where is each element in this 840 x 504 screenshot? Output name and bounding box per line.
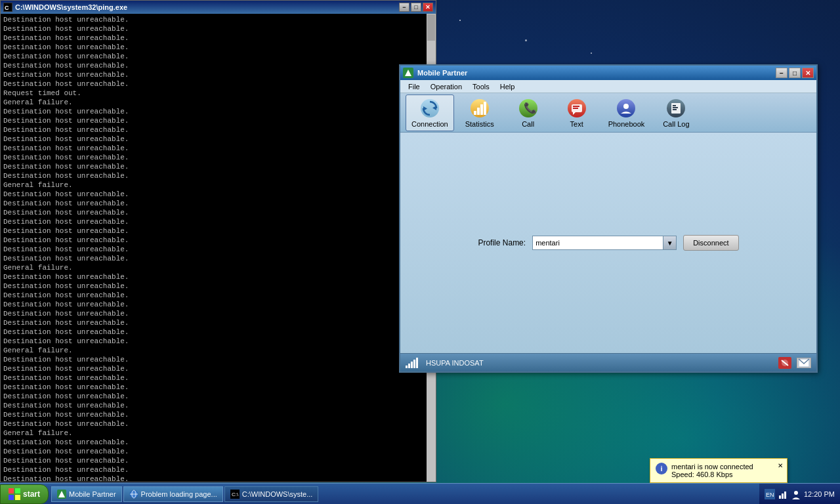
svg-rect-46 [784, 492, 786, 499]
mail-icon[interactable] [797, 358, 811, 368]
svg-rect-45 [782, 494, 784, 499]
svg-rect-11 [484, 102, 486, 115]
phonebook-label: Phonebook [608, 120, 645, 128]
tray-user-icon[interactable] [791, 489, 801, 499]
taskbar-items: Mobile Partner Problem loading page... C… [49, 486, 759, 502]
disconnect-button[interactable]: Disconnect [683, 235, 738, 251]
taskbar: start Mobile Partner Problem loading pag… [0, 483, 840, 504]
cmd-minimize-button[interactable]: − [399, 3, 410, 12]
taskbar-tray: EN 12:20 PM [759, 484, 840, 504]
statistics-icon [469, 98, 490, 119]
svg-rect-16 [573, 106, 579, 107]
notification-speed: Speed: 460.8 Kbps [671, 471, 753, 478]
notification-text: mentari is now connected Speed: 460.8 Kb… [671, 463, 753, 478]
toolbar-text-button[interactable]: Text [554, 94, 600, 131]
notification-message: mentari is now connected [671, 463, 753, 471]
svg-rect-32 [15, 488, 20, 494]
svg-rect-44 [779, 495, 781, 499]
cmd-titlebar: C C:\WINDOWS\system32\ping.exe − □ ✕ [1, 1, 436, 14]
signal-bar-2 [408, 364, 410, 368]
mp-titlebar: Mobile Partner − □ ✕ [400, 66, 816, 80]
profile-input-wrap: ▼ [532, 236, 677, 250]
cmd-output: Destination host unreachable.Destination… [3, 15, 433, 482]
signal-strength-icon [406, 358, 418, 368]
toolbar-calllog-button[interactable]: Call Log [653, 94, 699, 131]
taskbar-item-mobile-partner[interactable]: Mobile Partner [51, 486, 122, 502]
mp-close-button[interactable]: ✕ [802, 68, 814, 78]
mp-minimize-button[interactable]: − [776, 68, 788, 78]
cmd-maximize-button[interactable]: □ [411, 3, 421, 12]
tray-language-icon[interactable]: EN [765, 489, 775, 499]
svg-text:C: C [5, 5, 9, 11]
cmd-window-icon: C [3, 3, 12, 12]
svg-rect-25 [673, 109, 677, 110]
start-button[interactable]: start [0, 484, 49, 504]
notification-close-button[interactable]: ✕ [776, 461, 785, 470]
svg-rect-10 [480, 104, 483, 115]
svg-point-20 [623, 104, 629, 109]
star [591, 52, 592, 54]
mp-restore-button[interactable]: □ [789, 68, 801, 78]
notification-info-icon: i [656, 463, 667, 474]
text-icon [566, 98, 587, 119]
svg-text:C:\: C:\ [232, 492, 239, 497]
profile-dropdown-button[interactable]: ▼ [663, 236, 677, 250]
cmd-scrollbar-thumb[interactable] [427, 14, 435, 41]
signal-bar-3 [411, 362, 413, 368]
tray-network-icon[interactable] [778, 489, 788, 499]
cmd-window: C C:\WINDOWS\system32\ping.exe − □ ✕ Des… [0, 0, 436, 482]
network-status: HSUPA INDOSAT [426, 359, 773, 367]
taskbar-item-mobile-partner-label: Mobile Partner [69, 490, 116, 498]
svg-rect-24 [673, 107, 678, 108]
taskbar-item-browser-label: Problem loading page... [141, 490, 217, 498]
cmd-content: Destination host unreachable.Destination… [1, 14, 436, 482]
speed-value: 460.8 Kbps [696, 471, 733, 478]
mobile-partner-window: Mobile Partner − □ ✕ File Operation Tool… [399, 64, 818, 373]
mp-main-content: Profile Name: ▼ Disconnect [400, 133, 816, 353]
start-label: start [23, 490, 40, 499]
connection-label: Connection [411, 120, 448, 128]
menu-help[interactable]: Help [495, 81, 520, 92]
mp-title: Mobile Partner [417, 69, 776, 77]
svg-text:EN: EN [766, 492, 774, 498]
profile-name-label: Profile Name: [478, 238, 526, 247]
desktop: C C:\WINDOWS\system32\ping.exe − □ ✕ Des… [0, 0, 840, 504]
tray-time: 12:20 PM [804, 490, 835, 498]
notification-popup: i mentari is now connected Speed: 460.8 … [650, 458, 788, 483]
speed-label: Speed: [671, 471, 694, 478]
calllog-icon [665, 98, 686, 119]
phonebook-icon [616, 98, 637, 119]
svg-rect-17 [573, 108, 578, 109]
toolbar-connection-button[interactable]: Connection [406, 94, 454, 131]
mp-menubar: File Operation Tools Help [400, 80, 816, 93]
network-disconnect-icon[interactable] [778, 357, 791, 369]
taskbar-item-cmd[interactable]: C:\ C:\WINDOWS\syste... [224, 486, 319, 502]
calllog-label: Call Log [663, 120, 689, 128]
svg-text:📞: 📞 [524, 102, 537, 114]
connection-icon [419, 98, 440, 119]
toolbar-statistics-button[interactable]: Statistics [457, 94, 503, 131]
svg-rect-8 [474, 111, 476, 115]
profile-name-input[interactable] [532, 236, 663, 250]
mp-window-icon [403, 68, 413, 78]
signal-bar-1 [406, 366, 408, 368]
star [459, 20, 461, 21]
toolbar-phonebook-button[interactable]: Phonebook [602, 94, 651, 131]
call-icon: 📞 [518, 98, 539, 119]
signal-bar-4 [413, 360, 415, 368]
svg-rect-33 [9, 495, 14, 500]
cmd-close-button[interactable]: ✕ [423, 3, 433, 12]
toolbar-call-button[interactable]: 📞 Call [505, 94, 551, 131]
menu-tools[interactable]: Tools [467, 81, 495, 92]
svg-rect-23 [673, 105, 676, 106]
menu-file[interactable]: File [403, 81, 425, 92]
taskbar-item-cmd-label: C:\WINDOWS\syste... [242, 490, 313, 498]
cmd-title: C:\WINDOWS\system32\ping.exe [15, 3, 399, 11]
taskbar-item-browser[interactable]: Problem loading page... [123, 486, 223, 502]
menu-operation[interactable]: Operation [425, 81, 467, 92]
svg-rect-34 [15, 495, 20, 500]
cmd-titlebar-buttons: − □ ✕ [399, 3, 433, 12]
mp-titlebar-buttons: − □ ✕ [776, 68, 814, 78]
svg-rect-9 [477, 108, 480, 115]
svg-point-47 [794, 491, 798, 495]
